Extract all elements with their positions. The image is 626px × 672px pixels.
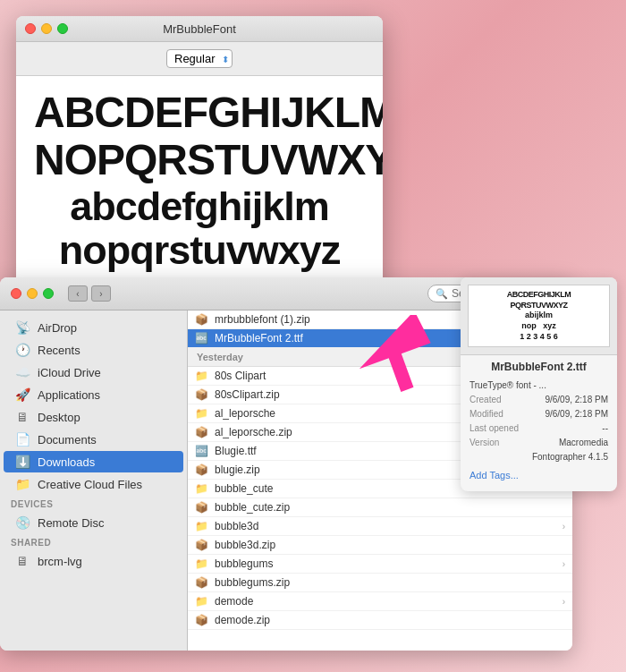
file-name: bubble_cute [215, 482, 273, 495]
sidebar-item-downloads[interactable]: ⬇️ Downloads [4, 451, 183, 472]
info-meta-created-key: Created [470, 393, 502, 407]
zip-icon: 📦 [195, 313, 209, 326]
file-item-demode-zip[interactable]: 📦 demode.zip [188, 611, 572, 630]
file-name: bubble_cute.zip [215, 501, 290, 514]
preview-uppercase-2: NOPQRSTUVWXYZ [34, 137, 365, 184]
info-preview-line3: abijklm [473, 310, 605, 321]
sidebar-section-devices: Devices [0, 496, 187, 511]
zip-icon: 📦 [195, 614, 209, 626]
sidebar-item-label-brcm: brcm-lvg [38, 555, 82, 568]
brcm-icon: 🖥 [14, 554, 30, 568]
ttf-icon: 🔤 [195, 445, 209, 457]
zip-icon: 📦 [195, 388, 209, 401]
traffic-lights [25, 23, 68, 34]
sidebar-item-icloud[interactable]: ☁️ iCloud Drive [4, 362, 183, 383]
finder-traffic-lights [11, 288, 54, 299]
sidebar-item-label-documents: Documents [38, 433, 97, 447]
info-meta-type-val: TrueType® font - ... [470, 379, 546, 393]
sidebar-item-label-airdrop: AirDrop [38, 321, 77, 335]
sidebar-item-label-remotedisc: Remote Disc [38, 516, 104, 530]
close-button[interactable] [25, 23, 36, 34]
file-item-bubble3d-folder[interactable]: 📁 bubble3d › [188, 517, 572, 536]
preview-lowercase-1: abcdefghijklm [34, 184, 365, 229]
info-panel: ABCDEFGHIJKLM PQRSTUVWXYZ abijklm nop xy… [461, 277, 617, 491]
style-selector-area: Regular Bold Italic [16, 42, 383, 75]
sidebar-item-recents[interactable]: 🕐 Recents [4, 339, 183, 361]
file-name-selected: MrBubbleFont 2.ttf [215, 332, 303, 345]
zip-icon: 📦 [195, 501, 209, 514]
folder-icon: 📁 [195, 482, 209, 495]
info-meta-modified-key: Modified [470, 407, 503, 421]
finder-nav-buttons: ‹ › [68, 285, 111, 302]
info-preview-line1: ABCDEFGHIJKLM [473, 290, 605, 301]
recents-icon: 🕐 [14, 343, 30, 357]
icloud-icon: ☁️ [14, 365, 30, 379]
style-select-wrapper[interactable]: Regular Bold Italic [166, 49, 233, 68]
minimize-button[interactable] [41, 23, 52, 34]
folder-icon: 📁 [195, 557, 209, 570]
file-item-bubblegums-zip[interactable]: 📦 bubblegums.zip [188, 574, 572, 592]
file-item-bubble-cute-zip[interactable]: 📦 bubble_cute.zip [188, 498, 572, 517]
finder-sidebar: 📡 AirDrop 🕐 Recents ☁️ iCloud Drive 🚀 Ap… [0, 310, 188, 651]
sidebar-item-label-creative: Creative Cloud Files [38, 478, 142, 491]
sidebar-item-desktop[interactable]: 🖥 Desktop [4, 406, 183, 428]
info-meta-version-val: Macromedia Fontographer 4.1.5 [503, 436, 608, 464]
sidebar-item-creative-cloud[interactable]: 📁 Creative Cloud Files [4, 473, 183, 495]
file-name: demode [215, 595, 253, 608]
file-name: bubblegums.zip [215, 576, 290, 589]
file-item-bubble3d-zip[interactable]: 📦 bubble3d.zip [188, 536, 572, 555]
file-item-bubblegums-folder[interactable]: 📁 bubblegums › [188, 555, 572, 574]
airdrop-icon: 📡 [14, 320, 30, 335]
file-name: bubblegums [215, 557, 273, 570]
file-name: mrbubblefont (1).zip [215, 313, 310, 326]
back-button[interactable]: ‹ [68, 285, 88, 302]
sidebar-item-brcm[interactable]: 🖥 brcm-lvg [4, 550, 183, 572]
downloads-icon: ⬇️ [14, 455, 30, 469]
zip-icon: 📦 [195, 426, 209, 438]
zip-icon: 📦 [195, 539, 209, 551]
folder-icon: 📁 [195, 520, 209, 532]
sidebar-item-airdrop[interactable]: 📡 AirDrop [4, 317, 183, 338]
sidebar-item-documents[interactable]: 📄 Documents [4, 429, 183, 450]
chevron-right-icon: › [563, 559, 565, 569]
style-select[interactable]: Regular Bold Italic [166, 49, 233, 68]
creative-cloud-icon: 📁 [14, 477, 30, 491]
file-name: Blugie.ttf [215, 445, 257, 457]
ttf-icon: 🔤 [195, 332, 209, 345]
sidebar-section-shared: Shared [0, 534, 187, 549]
file-item-demode-folder[interactable]: 📁 demode › [188, 592, 572, 611]
maximize-button[interactable] [57, 23, 68, 34]
preview-lowercase-2: nopqrstuvwxyz [34, 228, 365, 273]
forward-button[interactable]: › [91, 285, 111, 302]
add-tags-link[interactable]: Add Tags... [461, 466, 617, 484]
folder-icon: 📁 [195, 595, 209, 608]
info-preview-area: ABCDEFGHIJKLM PQRSTUVWXYZ abijklm nop xy… [461, 277, 617, 355]
file-name: bubble3d [215, 520, 258, 532]
info-preview-line2: PQRSTUVWXYZ [473, 301, 605, 311]
info-meta-created-row: Created 9/6/09, 2:18 PM [470, 393, 608, 407]
documents-icon: 📄 [14, 432, 30, 447]
file-name: 80s Clipart [215, 370, 266, 382]
chevron-right-icon: › [563, 522, 565, 532]
window-title: MrBubbleFont [163, 22, 236, 36]
font-window-titlebar: MrBubbleFont [16, 16, 383, 42]
sidebar-item-label-downloads: Downloads [38, 455, 95, 469]
finder-close-button[interactable] [11, 288, 21, 299]
info-preview-line5: 1 2 3 4 5 6 [473, 332, 605, 343]
finder-maximize-button[interactable] [43, 288, 54, 299]
info-meta-version-key: Version [470, 436, 499, 464]
zip-icon: 📦 [195, 464, 209, 476]
file-name: bubble3d.zip [215, 539, 275, 551]
info-meta-modified-val: 9/6/09, 2:18 PM [545, 407, 608, 421]
info-meta: TrueType® font - ... Created 9/6/09, 2:1… [461, 377, 617, 466]
sidebar-item-label-desktop: Desktop [38, 411, 80, 424]
zip-icon: 📦 [195, 576, 209, 589]
file-name: demode.zip [215, 614, 270, 626]
applications-icon: 🚀 [14, 387, 30, 402]
preview-uppercase-1: ABCDEFGHIJKLM [34, 89, 365, 137]
sidebar-item-remotedisc[interactable]: 💿 Remote Disc [4, 512, 183, 533]
info-meta-lastopened-row: Last opened -- [470, 421, 608, 436]
info-preview-line4: nop xyz [473, 321, 605, 332]
sidebar-item-applications[interactable]: 🚀 Applications [4, 384, 183, 405]
finder-minimize-button[interactable] [27, 288, 38, 299]
